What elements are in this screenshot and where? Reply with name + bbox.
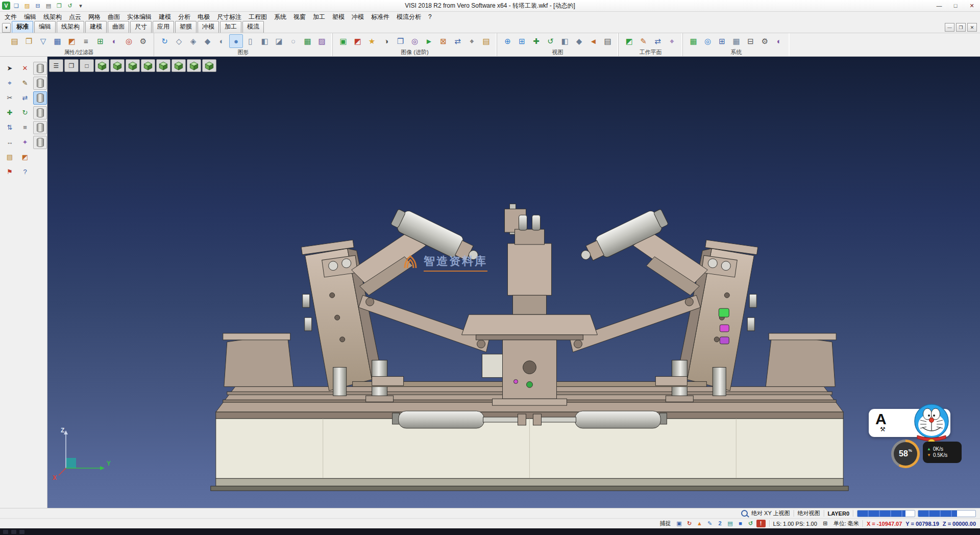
close-button[interactable]: ✕ <box>964 1 980 11</box>
redraw-icon[interactable]: ↻ <box>158 34 172 48</box>
attributes-icon[interactable]: ▤ <box>8 34 21 48</box>
tab-5[interactable]: 曲面 <box>108 21 129 33</box>
undo-icon[interactable]: ↺ <box>65 2 75 10</box>
menu-item-15[interactable]: 加工 <box>309 12 329 22</box>
active-layer-label[interactable]: LAYER0 <box>828 510 849 517</box>
wcs-status-icon[interactable]: ■ <box>736 520 745 527</box>
tab-4[interactable]: 建模 <box>85 21 107 33</box>
solid-filter-4[interactable] <box>33 106 47 119</box>
iso-view-toolbar-icon[interactable]: ◆ <box>572 34 586 48</box>
sketch-icon[interactable]: ✎ <box>18 77 32 89</box>
snap-point-icon[interactable]: ⌖ <box>3 77 16 89</box>
solid-filter-2[interactable] <box>33 77 47 90</box>
shaded-edges-icon[interactable]: ◐ <box>215 34 229 48</box>
view-orientation-label[interactable]: 绝对 XY 上视图 <box>751 509 790 517</box>
match-attributes-icon[interactable]: ❐ <box>22 34 36 48</box>
viewport-toggle-icon[interactable]: ▣ <box>675 520 684 527</box>
tab-10[interactable]: 加工 <box>220 21 241 33</box>
color-filter-icon[interactable]: ◩ <box>65 34 79 48</box>
system-calc-icon[interactable]: ⊟ <box>744 34 757 48</box>
render-mode-menu-icon[interactable]: ☰ <box>49 59 63 72</box>
tab-11[interactable]: 模流 <box>242 21 264 33</box>
layers-status-icon[interactable]: ▤ <box>726 520 735 527</box>
solid-filter-1[interactable] <box>33 62 47 75</box>
rotate-icon[interactable]: ↻ <box>18 106 32 118</box>
print-icon[interactable]: ▤ <box>44 2 53 10</box>
tab-8[interactable]: 塑膜 <box>175 21 197 33</box>
dynamic-view-icon[interactable] <box>202 59 216 72</box>
edit-status-icon[interactable]: ✎ <box>705 520 715 527</box>
workplane-icon[interactable]: ◩ <box>622 34 636 48</box>
iso-view-icon[interactable] <box>95 59 109 72</box>
system-grid-icon[interactable]: ▦ <box>729 34 743 48</box>
maximize-button[interactable]: □ <box>947 1 964 11</box>
doc-restore-button[interactable]: ❐ <box>956 23 966 32</box>
system-layers-icon[interactable]: ▦ <box>687 34 700 48</box>
workplane-3pt-icon[interactable]: ⌖ <box>665 34 679 48</box>
system-table-icon[interactable]: ⊞ <box>715 34 729 48</box>
menu-item-19[interactable]: 模流分析 <box>393 12 425 22</box>
view-count-icon[interactable]: 2 <box>716 520 725 527</box>
view-plane-icon[interactable]: □ <box>80 59 94 72</box>
layer-filter-icon[interactable]: ▦ <box>51 34 64 48</box>
zoom-all-icon[interactable]: ⊕ <box>501 34 514 48</box>
capture-icon[interactable]: ⊠ <box>436 34 450 48</box>
menu-item-20[interactable]: ? <box>425 12 435 21</box>
widget-card[interactable]: A ⚒ <box>869 409 950 437</box>
visi-logo[interactable]: V <box>2 2 10 10</box>
front-view-icon-cube[interactable] <box>126 59 140 72</box>
compare-icon[interactable]: ⇄ <box>451 34 464 48</box>
menu-item-17[interactable]: 冲模 <box>348 12 368 22</box>
refresh-status-icon[interactable]: ↺ <box>746 520 755 527</box>
net-speed-panel[interactable]: ▲ 0K/s ▼ 0.5K/s <box>923 442 962 463</box>
solid-filter-5[interactable] <box>33 121 47 134</box>
tab-dropdown-icon[interactable]: ▼ <box>2 23 11 33</box>
right-view-icon[interactable] <box>141 59 155 72</box>
menu-item-13[interactable]: 系统 <box>271 12 290 22</box>
move-icon[interactable]: ✚ <box>3 106 16 118</box>
alert-status-icon[interactable]: ! <box>756 520 766 527</box>
new-file-icon[interactable]: ❏ <box>12 2 21 10</box>
view-scrollbar-2[interactable] <box>918 510 976 517</box>
previous-view-icon[interactable]: ◄ <box>586 34 600 48</box>
quick-access-dropdown-icon[interactable]: ▾ <box>76 2 85 10</box>
grid-toggle-icon[interactable]: ⊞ <box>821 520 830 527</box>
wireframe-icon[interactable]: ◇ <box>172 34 186 48</box>
solid-filter-6[interactable] <box>33 136 47 149</box>
image-measure-icon[interactable]: ⌖ <box>465 34 479 48</box>
materials-icon[interactable]: ◩ <box>351 34 364 48</box>
measure-icon[interactable]: ↔ <box>3 136 16 148</box>
tab-2[interactable]: 编辑 <box>34 21 56 33</box>
view-window-icon[interactable]: ❐ <box>64 59 79 72</box>
gallery-icon[interactable]: ▤ <box>479 34 493 48</box>
annotate-icon[interactable]: ✦ <box>18 136 32 148</box>
pan-icon[interactable]: ✚ <box>529 34 543 48</box>
element-filter-icon[interactable]: ⊞ <box>93 34 107 48</box>
cad-model-3d[interactable] <box>47 57 980 508</box>
menu-item-16[interactable]: 塑模 <box>329 12 348 22</box>
battery-percent-ring[interactable]: 58 % <box>891 440 920 468</box>
doc-minimize-button[interactable]: — <box>945 23 954 32</box>
bottom-view-icon[interactable] <box>187 59 201 72</box>
render-status-icon[interactable]: ▲ <box>695 520 704 527</box>
save-icon[interactable]: ⊟ <box>33 2 42 10</box>
filter-settings-icon[interactable]: ⚙ <box>136 34 150 48</box>
background-icon[interactable]: ▨ <box>315 34 329 48</box>
left-view-icon[interactable] <box>156 59 170 72</box>
rotate-view-icon[interactable]: ↺ <box>544 34 557 48</box>
animation-icon[interactable]: ► <box>422 34 436 48</box>
linetype-filter-icon[interactable]: ≡ <box>79 34 93 48</box>
filter-funnel-icon[interactable]: ▽ <box>36 34 50 48</box>
workplane-align-icon[interactable]: ⇄ <box>651 34 665 48</box>
ghost-view-icon[interactable]: ○ <box>286 34 300 48</box>
camera-icon[interactable]: ◎ <box>408 34 422 48</box>
texture-icon[interactable]: ▦ <box>301 34 314 48</box>
tab-7[interactable]: 应用 <box>153 21 174 33</box>
solid-filter-3[interactable] <box>33 91 47 105</box>
front-view-icon[interactable]: ◧ <box>558 34 572 48</box>
tab-1[interactable]: 标准 <box>12 21 33 33</box>
menu-item-18[interactable]: 标准件 <box>368 12 393 22</box>
zoom-search-icon[interactable] <box>741 510 748 517</box>
viewport-3d[interactable]: ☰❐□ 智造资料库 <box>47 57 980 508</box>
draft-mode-icon[interactable]: ▯ <box>243 34 257 48</box>
